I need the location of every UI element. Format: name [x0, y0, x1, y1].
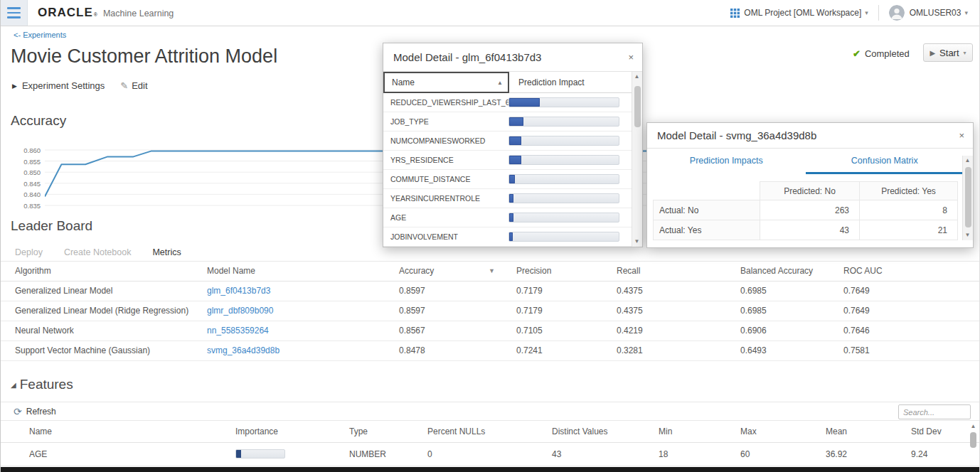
scrollbar-thumb[interactable] — [970, 432, 976, 448]
tab-prediction-impacts[interactable]: Prediction Impacts — [647, 156, 806, 174]
project-selector[interactable]: OML Project [OML Workspace] — [744, 8, 861, 18]
tab-confusion-matrix[interactable]: Confusion Matrix — [806, 156, 964, 174]
hamburger-menu-icon[interactable] — [1, 0, 28, 26]
model-link[interactable]: svmg_36a4d39d8b — [207, 345, 279, 355]
close-icon[interactable]: × — [628, 52, 634, 63]
refresh-button[interactable]: Refresh — [26, 407, 56, 417]
features-scrollbar[interactable]: ▲ — [969, 422, 978, 466]
y-axis-ticks: 0.8600.8550.8500.8450.8400.835 — [16, 144, 41, 211]
model-link[interactable]: glmr_dbf809b090 — [207, 306, 273, 316]
sort-asc-icon[interactable]: ▲ — [497, 80, 503, 86]
col-distinct-values[interactable]: Distinct Values — [538, 421, 644, 442]
accuracy-section-heading: Accuracy — [11, 113, 66, 129]
list-item[interactable]: YEARSINCURRENTROLE — [383, 189, 642, 208]
table-row[interactable]: Support Vector Machine (Gaussian) svmg_3… — [1, 340, 980, 360]
user-menu[interactable]: OMLUSER03 — [910, 8, 962, 18]
col-importance[interactable]: Importance — [221, 421, 335, 442]
app-grid-icon[interactable] — [730, 9, 740, 18]
y-tick-label: 0.835 — [23, 202, 41, 210]
edit-button[interactable]: Edit — [132, 80, 147, 91]
list-item[interactable]: JOB_TYPE — [383, 112, 642, 132]
scrollbar-thumb[interactable] — [965, 167, 971, 227]
model-detail-glm-dialog: Model Detail - glm_6f0413b7d3 × Name ▲ P… — [383, 43, 643, 247]
oracle-logo: ORACLE ® Machine Learning — [38, 6, 174, 20]
table-row[interactable]: Neural Network nn_5585359264 0.8567 0.71… — [1, 321, 980, 340]
scroll-down-icon[interactable]: ▼ — [632, 237, 641, 246]
dialog-scrollbar[interactable]: ▲ ▼ — [632, 72, 642, 247]
col-name[interactable]: Name ▲ — [383, 72, 509, 93]
list-item[interactable]: YRS_RESIDENCE — [383, 151, 642, 170]
list-item[interactable]: NUMCOMPANIESWORKED — [383, 132, 642, 151]
top-bar: ORACLE ® Machine Learning OML Project [O… — [1, 0, 979, 26]
create-notebook-button[interactable]: Create Notebook — [64, 247, 132, 257]
col-max[interactable]: Max — [726, 421, 811, 442]
dialog-title: Model Detail - glm_6f0413b7d3 — [393, 51, 541, 63]
y-tick-label: 0.860 — [23, 146, 41, 154]
chevron-down-icon[interactable]: ▾ — [964, 50, 966, 56]
scroll-down-icon[interactable]: ▼ — [963, 231, 972, 240]
impact-bar — [508, 155, 619, 165]
y-tick-label: 0.845 — [23, 180, 41, 188]
col-precision[interactable]: Precision — [502, 262, 602, 281]
experiment-settings-row: ▶ Experiment Settings ✎ Edit — [12, 80, 148, 91]
table-row[interactable]: Generalized Linear Model (Ridge Regressi… — [1, 301, 980, 321]
dialog-title: Model Detail - svmg_36a4d39d8b — [657, 129, 816, 141]
table-row[interactable]: Generalized Linear Model glm_6f0413b7d3 … — [1, 281, 980, 301]
breadcrumb-back-experiments[interactable]: <- Experiments — [14, 31, 66, 39]
dialog-titlebar[interactable]: Model Detail - svmg_36a4d39d8b × — [647, 123, 973, 149]
pencil-icon[interactable]: ✎ — [120, 80, 128, 91]
col-algorithm[interactable]: Algorithm — [1, 262, 193, 281]
col-type[interactable]: Type — [335, 421, 413, 442]
col-percent-nulls[interactable]: Percent NULLs — [413, 421, 538, 442]
metrics-button[interactable]: Metrics — [152, 247, 181, 257]
list-item[interactable]: JOBINVOLVEMENT — [383, 227, 642, 247]
list-item[interactable]: COMMUTE_DISTANCE — [383, 170, 642, 189]
dialog-titlebar[interactable]: Model Detail - glm_6f0413b7d3 × — [383, 43, 642, 72]
empty-cell — [654, 182, 760, 200]
leader-board-header-row: Algorithm Model Name Accuracy ▼ Precisio… — [1, 262, 980, 281]
chevron-down-icon[interactable]: ▾ — [865, 9, 868, 16]
scrollbar-thumb[interactable] — [634, 86, 641, 127]
list-item[interactable]: REDUCED_VIEWERSHIP_LAST_6M — [383, 93, 642, 112]
impact-bar — [508, 193, 619, 203]
close-icon[interactable]: × — [959, 130, 964, 141]
col-model-name[interactable]: Model Name — [193, 262, 385, 281]
col-prediction-impact[interactable]: Prediction Impact — [518, 72, 585, 93]
list-item[interactable]: AGE — [383, 208, 642, 227]
dialog-scrollbar[interactable]: ▲ ▼ — [962, 156, 973, 240]
refresh-icon[interactable]: ⟳ — [14, 406, 22, 417]
model-link[interactable]: glm_6f0413b7d3 — [207, 286, 270, 296]
search-input[interactable] — [898, 404, 971, 419]
col-balanced-accuracy[interactable]: Balanced Accuracy — [726, 262, 829, 281]
col-accuracy[interactable]: Accuracy ▼ — [385, 262, 502, 281]
scroll-up-icon[interactable]: ▲ — [969, 422, 978, 431]
bottom-clipped-row — [1, 467, 979, 472]
scroll-up-icon[interactable]: ▲ — [632, 73, 641, 81]
impact-bar — [508, 174, 619, 184]
importance-bar — [235, 449, 285, 458]
start-button[interactable]: ▶ Start ▾ — [923, 43, 973, 62]
impact-bar — [508, 97, 619, 107]
col-std-dev[interactable]: Std Dev — [897, 421, 980, 442]
dialog-body: Prediction Impacts Confusion Matrix Pred… — [647, 156, 973, 240]
oml-app: ORACLE ® Machine Learning OML Project [O… — [0, 0, 980, 472]
col-roc-auc[interactable]: ROC AUC — [829, 262, 980, 281]
table-row: Actual: Yes 43 21 — [654, 220, 958, 240]
expand-triangle-icon[interactable]: ▶ — [12, 82, 17, 90]
col-recall[interactable]: Recall — [602, 262, 726, 281]
deploy-button[interactable]: Deploy — [15, 247, 43, 257]
scroll-up-icon[interactable]: ▲ — [963, 156, 972, 165]
model-link[interactable]: nn_5585359264 — [207, 326, 269, 336]
table-row[interactable]: AGE NUMBER 0 43 18 60 36.92 9.24 — [1, 442, 980, 466]
col-predicted-yes: Predicted: Yes — [860, 182, 958, 200]
collapse-icon[interactable]: ◢ — [11, 381, 16, 389]
col-name[interactable]: Name — [1, 421, 221, 442]
experiment-settings-toggle[interactable]: Experiment Settings — [22, 80, 105, 91]
chevron-down-icon[interactable]: ▾ — [964, 9, 968, 16]
dialog-tabs: Prediction Impacts Confusion Matrix — [647, 156, 964, 174]
avatar[interactable] — [889, 5, 905, 21]
features-section-heading: ◢ Features — [11, 377, 73, 392]
col-mean[interactable]: Mean — [811, 421, 897, 442]
col-min[interactable]: Min — [644, 421, 726, 442]
sort-desc-icon[interactable]: ▼ — [489, 267, 495, 274]
